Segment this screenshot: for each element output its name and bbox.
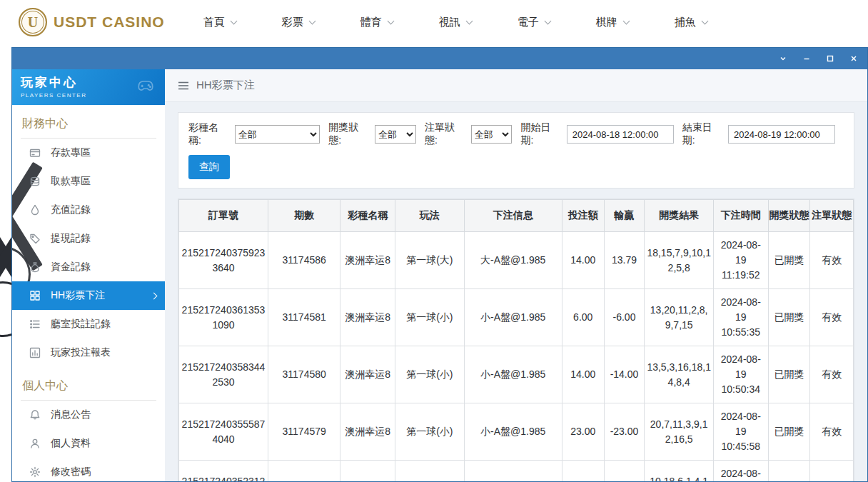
table-cell: 有效 — [810, 232, 854, 289]
sidebar-section-title: 財務中心 — [21, 105, 156, 139]
col-header-4: 玩法 — [395, 200, 465, 232]
nav-item-4[interactable]: 視訊 — [439, 16, 472, 29]
table-cell: 14.00 — [562, 346, 604, 403]
sidebar-item-deposit[interactable]: 存款專區 — [12, 139, 165, 167]
sidebar-item-label: 個人資料 — [51, 437, 91, 450]
nav-item-5[interactable]: 電子 — [518, 16, 550, 29]
nav-item-7[interactable]: 捕魚 — [675, 16, 707, 29]
logo: U USDT CASINO — [19, 8, 165, 36]
table-cell: 6.00 — [562, 289, 604, 346]
password-icon — [29, 466, 41, 478]
lottery-name-select[interactable]: 全部 — [235, 125, 321, 144]
window-collapse-icon[interactable] — [778, 54, 788, 64]
sidebar-header: 玩家中心 PLAYERS CENTER — [12, 69, 165, 105]
nav-item-6[interactable]: 棋牌 — [596, 16, 629, 29]
search-button[interactable]: 查詢 — [188, 155, 230, 179]
table-cell: 澳洲幸运8 — [340, 232, 395, 289]
bets-table: 訂單號期數彩種名稱玩法下注信息投注額輸贏開獎結果下注時間開獎狀態注單狀態2152… — [178, 199, 854, 481]
order-status-select[interactable]: 全部 — [471, 125, 513, 144]
sidebar-item-cashout-record[interactable]: 提現記錄 — [12, 224, 165, 253]
draw-status-select[interactable]: 全部 — [375, 125, 416, 144]
order-status-filter: 注單狀態: 全部 — [425, 121, 513, 147]
chevron-down-icon — [544, 17, 551, 24]
table-cell: 澳洲幸运8 — [340, 346, 395, 403]
hall-records-icon — [29, 318, 41, 330]
sidebar-item-hall-records[interactable]: 廳室投註記錄 — [12, 310, 165, 338]
table-row: 215217240352312706031174578澳洲幸运8第一球(小)小-… — [179, 461, 854, 482]
sidebar-item-bell[interactable]: 消息公告 — [12, 401, 165, 429]
table-cell: 有效 — [810, 346, 854, 403]
col-header-8: 開獎結果 — [645, 200, 714, 232]
sidebar-item-recharge-record[interactable]: 充值記錄 — [12, 196, 165, 224]
lottery-name-filter: 彩種名稱: 全部 — [188, 121, 320, 147]
sidebar-item-password[interactable]: 修改密碼 — [12, 458, 165, 481]
logo-text: USDT CASINO — [54, 14, 165, 31]
withdraw-icon — [29, 176, 41, 187]
table-cell: 已開獎 — [768, 461, 810, 482]
nav-item-label: 彩票 — [282, 16, 303, 29]
table-cell: 第一球(小) — [395, 289, 465, 346]
nav-item-label: 棋牌 — [596, 16, 617, 29]
table-cell: 20,7,11,3,9,12,16,5 — [645, 403, 714, 461]
table-row: 215217240361353109031174581澳洲幸运8第一球(小)小-… — [179, 289, 854, 346]
table-cell: 有效 — [810, 461, 854, 482]
table-cell: 13,5,3,16,18,14,8,4 — [645, 346, 714, 403]
table-cell: 31174586 — [268, 232, 340, 289]
sidebar-item-withdraw[interactable]: 取款專區 — [12, 167, 165, 196]
window-close-icon[interactable] — [849, 54, 859, 64]
table-cell: 第一球(小) — [395, 346, 465, 403]
chevron-down-icon — [465, 17, 473, 24]
nav-item-2[interactable]: 彩票 — [282, 16, 315, 29]
end-date-filter: 結束日期: — [682, 121, 835, 147]
start-date-input[interactable] — [567, 125, 674, 144]
table-cell: 31174581 — [268, 289, 340, 346]
bell-icon — [29, 409, 41, 421]
table-cell: 有效 — [810, 289, 854, 346]
table-cell: 2152172403555874040 — [179, 403, 268, 461]
menu-icon[interactable] — [178, 81, 189, 91]
table-cell: 小-A盤@1.985 — [464, 346, 562, 403]
sidebar-item-profile[interactable]: 個人資料 — [12, 429, 165, 458]
nav-item-3[interactable]: 體育 — [360, 16, 393, 29]
sidebar-item-label: 提現記錄 — [51, 232, 91, 245]
table-row: 215217240375923364031174586澳洲幸运8第一球(大)大-… — [179, 232, 854, 289]
cashout-record-icon — [29, 233, 41, 244]
table-cell: 第一球(小) — [395, 461, 465, 482]
table-cell: -23.00 — [604, 403, 645, 461]
deposit-icon — [29, 147, 41, 159]
table-cell: 18,15,7,9,10,12,5,8 — [645, 232, 714, 289]
nav-item-label: 視訊 — [439, 16, 460, 29]
top-nav: U USDT CASINO 首頁彩票體育視訊電子棋牌捕魚 — [0, 0, 868, 44]
nav-item-label: 捕魚 — [675, 16, 696, 29]
table-cell: 有效 — [810, 403, 854, 461]
end-date-input[interactable] — [728, 125, 835, 144]
table-cell: 10,18,6,1,4,17,11,7 — [645, 461, 714, 482]
table-cell: 澳洲幸运8 — [340, 289, 395, 346]
table-cell: -14.00 — [604, 346, 645, 403]
main-nav: 首頁彩票體育視訊電子棋牌捕魚 — [203, 16, 707, 29]
filter-row: 彩種名稱: 全部 開獎狀態: 全部 注單狀態: 全 — [188, 121, 844, 147]
sidebar-item-funds-record[interactable]: 資金記錄 — [12, 253, 165, 281]
table-cell: 澳洲幸运8 — [340, 461, 395, 482]
background-watermark — [0, 204, 11, 346]
table-cell: 2024-08-19 10:45:58 — [713, 403, 768, 461]
sidebar-item-report[interactable]: 玩家投注報表 — [12, 338, 165, 367]
table-cell: 13.79 — [604, 232, 645, 289]
breadcrumb: HH彩票下注 — [165, 69, 867, 102]
table-cell: 13,20,11,2,8,9,7,15 — [645, 289, 714, 346]
nav-item-label: 電子 — [518, 16, 539, 29]
table-cell: 2152172403583442530 — [179, 346, 268, 403]
recharge-record-icon — [29, 204, 41, 216]
table-cell: 2024-08-19 11:19:52 — [713, 232, 768, 289]
window-minimize-icon[interactable] — [802, 54, 812, 64]
sidebar-item-lottery-bets[interactable]: HH彩票下注 — [12, 281, 165, 310]
nav-item-label: 體育 — [360, 16, 382, 29]
table-cell: 已開獎 — [768, 289, 810, 346]
sidebar-item-label: 充值記錄 — [51, 204, 91, 216]
sidebar-item-label: 修改密碼 — [51, 466, 91, 478]
nav-item-1[interactable]: 首頁 — [203, 16, 236, 29]
page-title: HH彩票下注 — [196, 79, 255, 92]
table-cell: 13.79 — [604, 461, 645, 482]
order-status-label: 注單狀態: — [425, 121, 468, 147]
window-maximize-icon[interactable] — [825, 54, 835, 64]
